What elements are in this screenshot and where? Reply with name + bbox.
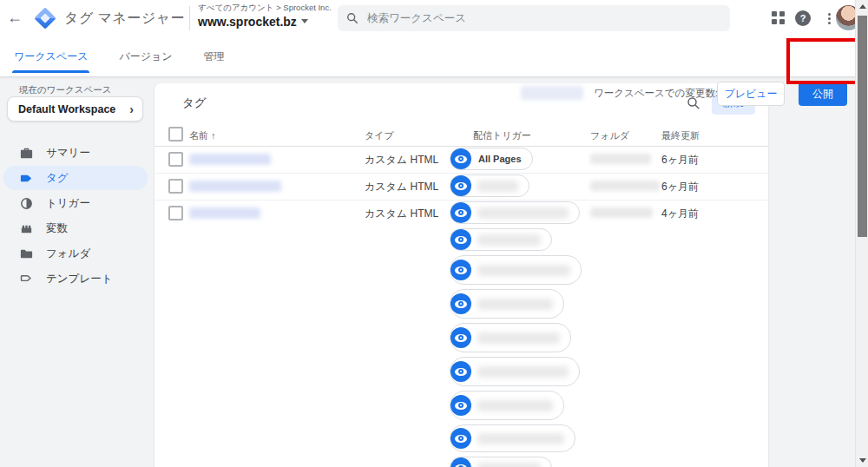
trigger-eye-icon — [450, 175, 471, 196]
tab-admin[interactable]: 管理 — [202, 36, 227, 76]
trigger-eye-icon — [450, 293, 471, 314]
scrollbar-down-arrow-icon[interactable] — [859, 458, 866, 463]
current-workspace-label: 現在のワークスペース — [19, 84, 111, 96]
trigger-eye-icon — [450, 395, 471, 416]
template-icon — [19, 272, 34, 286]
chevron-down-icon — [301, 19, 308, 23]
table-row[interactable]: カスタム HTML 6ヶ月前 — [155, 173, 768, 201]
sidebar-item-templates[interactable]: テンプレート — [3, 266, 148, 291]
folder-icon — [19, 247, 34, 261]
trigger-label: All Pages — [471, 154, 532, 164]
row-checkbox[interactable] — [168, 152, 183, 167]
trigger-eye-icon — [450, 327, 471, 348]
trigger-label-blurred — [477, 332, 560, 344]
overflow-menu-icon[interactable] — [823, 10, 835, 26]
trigger-label-blurred — [477, 433, 564, 444]
summary-icon — [19, 146, 34, 161]
trigger-label-blurred — [477, 181, 518, 192]
workspace-name: Default Workspace — [18, 103, 115, 115]
row3-trigger-stack — [450, 201, 582, 467]
folder-blurred — [590, 181, 660, 191]
breadcrumb-path: すべてのアカウント > Sprocket Inc. — [198, 3, 332, 12]
search-input[interactable] — [365, 11, 721, 25]
trigger-label-blurred — [477, 234, 541, 246]
account-breadcrumb[interactable]: すべてのアカウント > Sprocket Inc. www.sprocket.b… — [198, 3, 332, 28]
trigger-badge[interactable] — [450, 201, 580, 224]
col-updated[interactable]: 最終更新 — [661, 129, 700, 142]
chevron-right-icon: › — [129, 103, 134, 115]
app-bar: ← タグ マネージャー すべてのアカウント > Sprocket Inc. ww… — [0, 0, 868, 36]
trigger-badge[interactable] — [450, 424, 575, 452]
trigger-label-blurred — [477, 463, 541, 467]
workspace-search[interactable] — [338, 5, 730, 31]
trigger-eye-icon — [450, 202, 471, 223]
tab-versions[interactable]: バージョン — [117, 36, 174, 76]
tag-type: カスタム HTML — [365, 153, 438, 168]
last-updated: 6ヶ月前 — [661, 153, 699, 168]
scrollbar-up-arrow-icon[interactable] — [859, 4, 866, 9]
apps-grid-icon[interactable] — [772, 11, 786, 25]
tag-name-blurred[interactable] — [189, 181, 281, 192]
tags-panel: タグ 新規 名前 ↑ タイプ 配信トリガー フォルダ 最終更新 カスタム HTM… — [155, 83, 768, 467]
trigger-badge[interactable] — [450, 228, 552, 251]
trigger-badge[interactable]: All Pages — [450, 148, 533, 170]
sidebar-nav: サマリー タグ トリガー 変数 フォルダ テンプレート — [3, 141, 148, 291]
sidebar-item-summary[interactable]: サマリー — [3, 141, 148, 165]
folder-blurred — [590, 154, 651, 164]
tag-type: カスタム HTML — [365, 180, 438, 194]
sidebar-item-folders[interactable]: フォルダ — [3, 241, 148, 266]
help-icon[interactable]: ? — [795, 10, 811, 26]
trigger-label-blurred — [477, 265, 570, 276]
col-name[interactable]: 名前 — [189, 130, 208, 141]
tab-workspace[interactable]: ワークスペース — [12, 36, 89, 76]
trigger-label-blurred — [477, 366, 569, 378]
tag-name-blurred[interactable] — [189, 154, 271, 165]
sidebar-item-label: トリガー — [46, 196, 90, 211]
variable-icon — [19, 221, 34, 236]
trigger-badge[interactable] — [450, 357, 580, 386]
trigger-label-blurred — [477, 400, 553, 411]
sidebar-item-label: タグ — [46, 171, 69, 186]
sort-ascending-icon[interactable]: ↑ — [211, 130, 216, 141]
panel-title: タグ — [182, 95, 207, 111]
search-icon — [346, 12, 358, 24]
table-row[interactable]: カスタム HTML 4ヶ月前 — [155, 200, 768, 467]
col-trigger[interactable]: 配信トリガー — [473, 129, 531, 142]
tag-name-blurred[interactable] — [189, 207, 260, 219]
trigger-badge[interactable] — [450, 323, 571, 352]
trigger-label-blurred — [477, 299, 553, 310]
trigger-badge[interactable] — [450, 289, 564, 319]
trigger-badge[interactable] — [450, 391, 564, 420]
scrollbar-thumb[interactable] — [858, 16, 867, 237]
preview-button[interactable]: プレビュー — [717, 82, 785, 106]
workspace-selector[interactable]: Default Workspace › — [7, 96, 143, 122]
blurred-workspace-chip — [521, 86, 583, 100]
trigger-label-blurred — [477, 207, 569, 219]
col-folder[interactable]: フォルダ — [590, 129, 629, 142]
col-type[interactable]: タイプ — [365, 129, 394, 142]
account-domain: www.sprocket.bz — [198, 16, 297, 28]
tag-manager-logo[interactable] — [35, 8, 56, 29]
trigger-badge[interactable] — [450, 255, 582, 285]
select-all-checkbox[interactable] — [168, 127, 183, 141]
gtm-window: ← タグ マネージャー すべてのアカウント > Sprocket Inc. ww… — [0, 0, 868, 467]
browser-scrollbar[interactable] — [855, 0, 868, 467]
header-divider — [189, 6, 190, 30]
trigger-eye-icon — [450, 260, 471, 280]
sidebar-item-variables[interactable]: 変数 — [3, 216, 148, 240]
sidebar-item-triggers[interactable]: トリガー — [3, 191, 148, 215]
trigger-eye-icon — [450, 428, 471, 449]
trigger-badge[interactable] — [450, 457, 552, 467]
row-checkbox[interactable] — [168, 179, 183, 194]
table-row[interactable]: カスタム HTML All Pages 6ヶ月前 — [155, 146, 768, 174]
sidebar-item-label: フォルダ — [46, 247, 90, 261]
workspace-changes-count: ワークスペースでの変更数: 4 — [594, 87, 727, 100]
sidebar-item-tags[interactable]: タグ — [3, 166, 148, 190]
trigger-badge[interactable] — [450, 174, 529, 197]
trigger-eye-icon — [450, 457, 471, 467]
last-updated: 6ヶ月前 — [661, 180, 699, 194]
row-checkbox[interactable] — [168, 206, 183, 220]
back-arrow-icon[interactable]: ← — [7, 9, 23, 26]
publish-button[interactable]: 公開 — [799, 82, 847, 106]
table-header: 名前 ↑ タイプ 配信トリガー フォルダ 最終更新 — [155, 125, 768, 147]
